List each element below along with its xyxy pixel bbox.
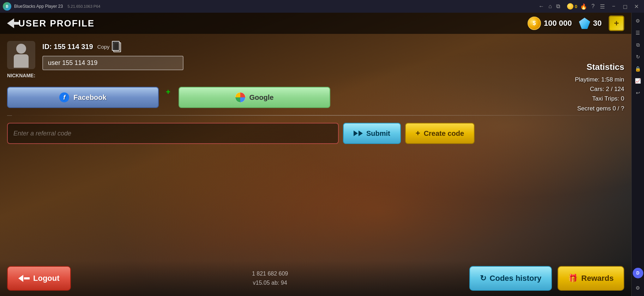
- logout-arrow-icon: [18, 275, 30, 282]
- game-header: USER PROFILE $ 100 000 30 +: [0, 13, 631, 34]
- diamond-amount: 30: [593, 19, 602, 28]
- nickname-label: NICKNAME:: [7, 73, 35, 78]
- secret-gems-stat: Secret gems 0 / ?: [575, 104, 624, 113]
- codes-history-icon: ↻: [480, 274, 486, 283]
- copy-icon: [112, 41, 122, 52]
- nav-home-icon[interactable]: ⌂: [548, 3, 552, 10]
- discord-icon[interactable]: D: [633, 268, 643, 278]
- logout-button[interactable]: Logout: [7, 266, 71, 291]
- taxi-trips-stat: Taxi Trips: 0: [575, 94, 624, 103]
- coin-icon: $: [528, 17, 541, 30]
- bluestacks-logo: B: [3, 2, 11, 11]
- topbar-coin-display: 0: [567, 3, 577, 10]
- create-code-button[interactable]: + Create code: [405, 123, 475, 144]
- topbar-coin-icon: [567, 3, 573, 10]
- referral-section: Submit + Create code: [7, 123, 624, 144]
- avatar: [7, 41, 35, 69]
- profile-top: NICKNAME: ID: 155 114 319 Copy: [7, 41, 624, 78]
- minimize-button[interactable]: −: [609, 1, 619, 11]
- close-button[interactable]: ✕: [631, 1, 641, 11]
- sidebar-icon-2[interactable]: ☰: [633, 28, 643, 38]
- right-sidebar: ⚙ ☰ ⧉ ↻ 🔒 📈 ↩ D ⚙: [631, 13, 644, 296]
- google-button[interactable]: Google: [179, 87, 330, 108]
- avatar-head: [16, 44, 26, 54]
- user-id: ID: 155 114 319: [42, 43, 93, 51]
- bottom-section: Logout 1 821 682 609 v15.05 ab: 94 ↻ Cod…: [0, 261, 631, 296]
- topbar-controls: 0 🔥 ? ☰ − ◻ ✕: [567, 1, 641, 11]
- id-nickname-section: ID: 155 114 319 Copy: [42, 41, 624, 70]
- stats-title: Statistics: [575, 62, 624, 72]
- sidebar-settings-icon[interactable]: ⚙: [633, 283, 643, 293]
- version-info: 1 821 682 609 v15.05 ab: 94: [77, 269, 464, 287]
- header-currency: $ 100 000 30 +: [528, 16, 624, 31]
- submit-button[interactable]: Submit: [343, 123, 401, 144]
- green-plus-icon: +: [166, 87, 173, 95]
- app-title: BlueStacks App Player 23 5.21.650.1063 P…: [14, 4, 534, 9]
- restore-button[interactable]: ◻: [620, 1, 630, 11]
- sidebar-icon-7[interactable]: ↩: [633, 87, 643, 98]
- sidebar-icon-5[interactable]: 🔒: [633, 64, 643, 74]
- google-logo-icon: [235, 92, 245, 102]
- avatar-silhouette: [12, 44, 30, 67]
- facebook-logo-icon: f: [59, 92, 69, 102]
- coin-display: $ 100 000: [528, 17, 572, 30]
- codes-history-button[interactable]: ↻ Codes history: [469, 266, 552, 291]
- statistics-section: Statistics Playtime: 1:58 min Cars: 2 / …: [575, 62, 624, 113]
- sidebar-icon-3[interactable]: ⧉: [633, 40, 643, 50]
- avatar-body: [14, 54, 29, 68]
- create-code-plus-icon: +: [416, 129, 420, 137]
- coin-amount: 100 000: [544, 19, 572, 28]
- page-title: USER PROFILE: [18, 18, 95, 29]
- diamond-icon: [579, 18, 590, 29]
- menu-icon[interactable]: ☰: [597, 1, 607, 11]
- social-buttons: f Facebook + Google: [7, 87, 624, 108]
- cars-stat: Cars: 2 / 124: [575, 84, 624, 94]
- submit-play-icon: [354, 131, 363, 136]
- nav-back-icon[interactable]: ←: [538, 3, 544, 10]
- referral-code-input[interactable]: [7, 123, 339, 144]
- sidebar-icon-6[interactable]: 📈: [633, 75, 643, 86]
- add-currency-button[interactable]: +: [609, 16, 624, 31]
- rewards-button[interactable]: 🎁 Rewards: [558, 266, 624, 291]
- rewards-gift-icon: 🎁: [568, 274, 578, 283]
- playtime-stat: Playtime: 1:58 min: [575, 75, 624, 84]
- diamond-display: 30: [579, 18, 602, 29]
- id-row: ID: 155 114 319 Copy: [42, 41, 624, 52]
- nav-windows-icon[interactable]: ⧉: [556, 3, 560, 10]
- back-button[interactable]: [7, 18, 14, 28]
- sidebar-icon-1[interactable]: ⚙: [633, 16, 643, 26]
- sidebar-icon-4[interactable]: ↻: [633, 52, 643, 62]
- game-area: USER PROFILE $ 100 000 30 +: [0, 13, 631, 296]
- nickname-input[interactable]: [42, 56, 183, 70]
- topbar-nav: ← ⌂ ⧉: [538, 3, 560, 10]
- topbar: B BlueStacks App Player 23 5.21.650.1063…: [0, 0, 644, 13]
- facebook-button[interactable]: f Facebook: [7, 87, 159, 108]
- profile-content: NICKNAME: ID: 155 114 319 Copy Statistic…: [0, 34, 631, 296]
- avatar-section: NICKNAME:: [7, 41, 35, 78]
- divider: [7, 115, 624, 116]
- copy-button[interactable]: Copy: [97, 41, 122, 52]
- topbar-help-icon[interactable]: ?: [591, 3, 595, 10]
- topbar-flame-icon: 🔥: [580, 3, 587, 10]
